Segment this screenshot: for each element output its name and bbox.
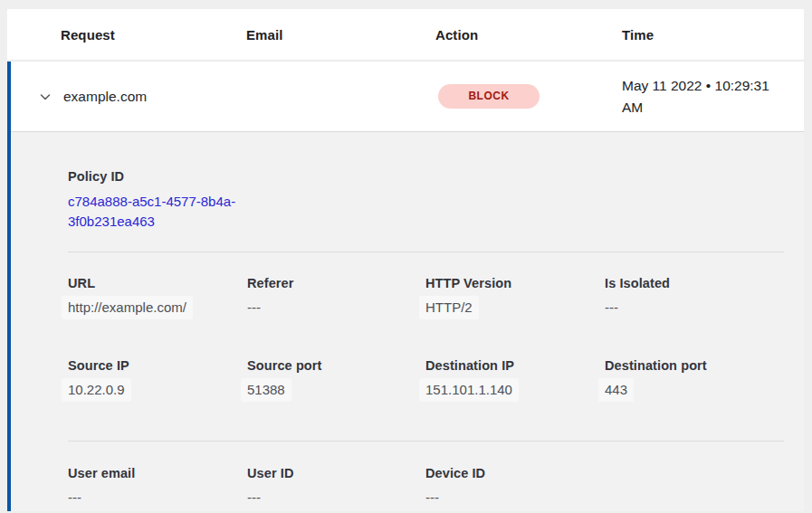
column-header-action: Action [435,27,622,43]
row-action-cell: BLOCK [435,84,622,109]
field-value: 151.101.1.140 [419,378,519,402]
field-device-id: Device ID --- [425,466,605,507]
field-label: Source IP [68,358,247,373]
field-label: User email [68,466,247,480]
field-value: 10.22.0.9 [62,378,131,402]
column-header-time: Time [622,27,804,43]
expanded-row-group: example.com BLOCK May 11 2022 • 10:29:31… [7,62,804,511]
field-value: --- [247,299,261,315]
row-expand-toggle[interactable] [11,90,63,104]
field-http-version: HTTP Version HTTP/2 [425,276,605,317]
field-destination-ip: Destination IP 151.101.1.140 [425,358,605,399]
field-empty [605,466,784,507]
table-header-row: Request Email Action Time [7,9,804,62]
field-label: Source port [247,358,425,373]
status-badge-block: BLOCK [438,84,540,109]
row-time: May 11 2022 • 10:29:31 AM [622,75,783,119]
policy-section: Policy ID c784a888-a5c1-4577-8b4a-3f0b23… [11,169,804,252]
field-value: HTTP/2 [419,296,479,319]
column-header-request: Request [61,27,246,43]
field-value: 51388 [241,378,291,402]
field-label: Destination port [605,358,784,373]
field-destination-port: Destination port 443 [605,358,784,399]
row-request-domain: example.com [63,89,246,105]
field-label: Referer [247,276,425,290]
field-source-ip: Source IP 10.22.0.9 [68,358,247,399]
field-value: --- [68,489,81,505]
field-label: Device ID [425,466,605,480]
field-label: User ID [247,466,425,480]
field-referer: Referer --- [247,276,425,317]
field-user-id: User ID --- [247,466,425,507]
request-fields-grid: URL http://example.com/ Referer --- HTTP… [11,252,804,441]
field-url: URL http://example.com/ [68,276,247,317]
field-label: Destination IP [425,358,605,373]
user-fields-grid: User email --- User ID --- Device ID --- [11,442,804,513]
field-value: http://example.com/ [62,296,193,319]
row-detail-panel: Policy ID c784a888-a5c1-4577-8b4a-3f0b23… [11,132,804,511]
field-label: Is Isolated [605,276,784,290]
field-user-email: User email --- [68,466,247,507]
field-label: URL [68,276,247,290]
chevron-down-icon [38,90,53,104]
field-source-port: Source port 51388 [247,358,425,399]
field-value: --- [605,299,618,315]
log-table-card: Request Email Action Time example.com BL… [7,9,804,511]
field-label: HTTP Version [425,276,605,290]
column-header-email: Email [246,27,435,43]
field-value: 443 [598,378,634,402]
field-value: --- [247,489,261,505]
table-row[interactable]: example.com BLOCK May 11 2022 • 10:29:31… [11,62,804,132]
policy-id-label: Policy ID [68,169,784,184]
policy-id-link[interactable]: c784a888-a5c1-4577-8b4a-3f0b231ea463 [68,192,245,231]
field-is-isolated: Is Isolated --- [605,276,784,317]
field-value: --- [425,489,439,505]
